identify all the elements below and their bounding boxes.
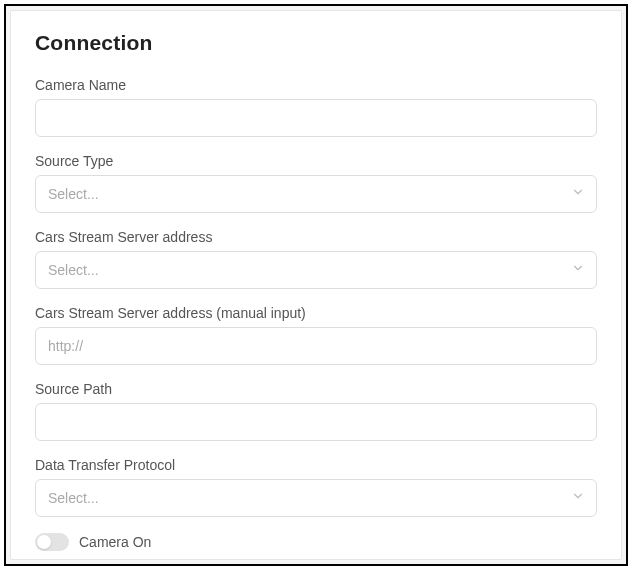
stream-server-selected: Select... bbox=[48, 262, 99, 278]
form-frame: Connection Camera Name Source Type Selec… bbox=[4, 4, 628, 566]
camera-name-input[interactable] bbox=[35, 99, 597, 137]
source-path-input[interactable] bbox=[35, 403, 597, 441]
toggle-knob bbox=[37, 535, 51, 549]
stream-server-manual-label: Cars Stream Server address (manual input… bbox=[35, 305, 597, 321]
transfer-protocol-label: Data Transfer Protocol bbox=[35, 457, 597, 473]
camera-name-label: Camera Name bbox=[35, 77, 597, 93]
stream-server-label: Cars Stream Server address bbox=[35, 229, 597, 245]
source-type-group: Source Type Select... bbox=[35, 153, 597, 213]
camera-on-label: Camera On bbox=[79, 534, 151, 550]
source-type-select[interactable]: Select... bbox=[35, 175, 597, 213]
source-type-selected: Select... bbox=[48, 186, 99, 202]
camera-name-group: Camera Name bbox=[35, 77, 597, 137]
transfer-protocol-select[interactable]: Select... bbox=[35, 479, 597, 517]
stream-server-group: Cars Stream Server address Select... bbox=[35, 229, 597, 289]
camera-on-row: Camera On bbox=[35, 533, 597, 551]
transfer-protocol-group: Data Transfer Protocol Select... bbox=[35, 457, 597, 517]
camera-on-toggle[interactable] bbox=[35, 533, 69, 551]
connection-card: Connection Camera Name Source Type Selec… bbox=[10, 10, 622, 560]
source-path-group: Source Path bbox=[35, 381, 597, 441]
source-type-label: Source Type bbox=[35, 153, 597, 169]
stream-server-select[interactable]: Select... bbox=[35, 251, 597, 289]
source-path-label: Source Path bbox=[35, 381, 597, 397]
transfer-protocol-selected: Select... bbox=[48, 490, 99, 506]
section-title: Connection bbox=[35, 31, 597, 55]
stream-server-manual-input[interactable] bbox=[35, 327, 597, 365]
stream-server-manual-group: Cars Stream Server address (manual input… bbox=[35, 305, 597, 365]
